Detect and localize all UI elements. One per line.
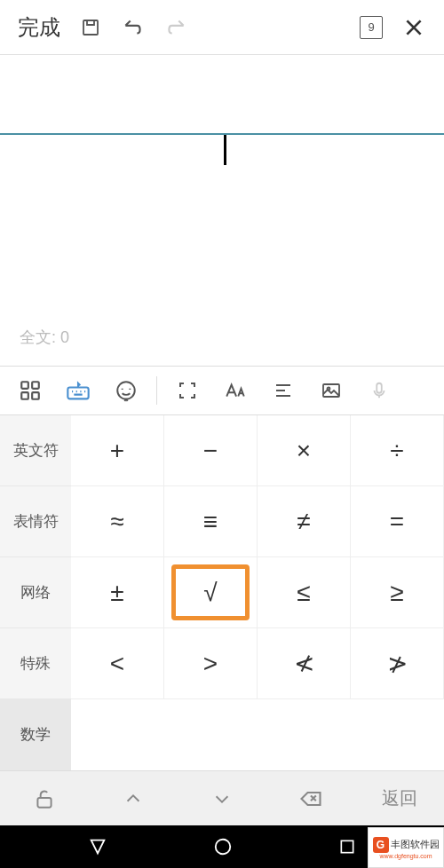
undo-button[interactable] bbox=[114, 8, 153, 47]
fullscreen-icon[interactable] bbox=[166, 373, 209, 408]
svg-rect-3 bbox=[21, 392, 28, 399]
key-lessequal[interactable]: ≤ bbox=[258, 557, 351, 628]
key-greater[interactable]: > bbox=[164, 628, 258, 699]
svg-rect-7 bbox=[323, 384, 339, 397]
svg-rect-10 bbox=[37, 797, 51, 807]
align-icon[interactable] bbox=[262, 373, 305, 408]
emoji-icon[interactable] bbox=[105, 373, 147, 408]
title-area[interactable] bbox=[0, 55, 444, 135]
svg-rect-12 bbox=[341, 840, 353, 852]
done-button[interactable]: 完成 bbox=[11, 10, 67, 45]
key-sqrt[interactable]: √ bbox=[164, 557, 258, 628]
up-button[interactable] bbox=[89, 789, 178, 809]
key-minus[interactable]: − bbox=[164, 415, 258, 486]
document-area[interactable]: 全文: 0 bbox=[0, 135, 444, 366]
svg-rect-5 bbox=[67, 388, 88, 399]
backspace-button[interactable] bbox=[266, 786, 355, 811]
svg-point-6 bbox=[117, 382, 135, 399]
tab-english[interactable]: 英文符 bbox=[0, 415, 71, 486]
key-equal[interactable]: = bbox=[351, 486, 444, 557]
key-notgreater[interactable]: ≯ bbox=[351, 628, 444, 699]
tab-special[interactable]: 特殊 bbox=[0, 628, 71, 699]
key-greaterequal[interactable]: ≥ bbox=[351, 557, 444, 628]
keyboard-icon[interactable] bbox=[57, 373, 99, 408]
key-multiply[interactable]: × bbox=[258, 415, 351, 486]
save-icon[interactable] bbox=[71, 8, 110, 47]
tab-math[interactable]: 数学 bbox=[0, 699, 71, 770]
svg-rect-2 bbox=[32, 382, 39, 389]
key-approx[interactable]: ≈ bbox=[71, 486, 164, 557]
text-cursor bbox=[224, 135, 226, 165]
tab-network[interactable]: 网络 bbox=[0, 557, 71, 628]
watermark: G 丰图软件园 www.dgfengtu.com bbox=[368, 827, 444, 868]
nav-recent[interactable] bbox=[338, 838, 356, 856]
font-icon[interactable] bbox=[214, 373, 257, 408]
return-button[interactable]: 返回 bbox=[355, 786, 444, 810]
nav-back[interactable] bbox=[88, 837, 107, 856]
mic-icon[interactable] bbox=[358, 373, 400, 408]
down-button[interactable] bbox=[178, 789, 266, 809]
svg-rect-4 bbox=[32, 392, 39, 399]
svg-rect-0 bbox=[83, 20, 98, 35]
key-plus[interactable]: + bbox=[71, 415, 164, 486]
svg-rect-1 bbox=[21, 382, 28, 389]
key-identical[interactable]: ≡ bbox=[164, 486, 258, 557]
redo-button bbox=[156, 8, 195, 47]
lock-button[interactable] bbox=[0, 787, 89, 810]
image-icon[interactable] bbox=[310, 373, 353, 408]
apps-icon[interactable] bbox=[9, 373, 52, 408]
close-button[interactable] bbox=[394, 8, 433, 47]
nav-home[interactable] bbox=[213, 837, 233, 856]
word-count: 全文: 0 bbox=[20, 327, 69, 348]
key-divide[interactable]: ÷ bbox=[351, 415, 444, 486]
key-plusminus[interactable]: ± bbox=[71, 557, 164, 628]
svg-point-11 bbox=[216, 840, 231, 855]
page-indicator[interactable]: 9 bbox=[352, 8, 391, 47]
key-notless[interactable]: ≮ bbox=[258, 628, 351, 699]
tab-emoji[interactable]: 表情符 bbox=[0, 486, 71, 557]
svg-rect-9 bbox=[377, 383, 382, 393]
key-less[interactable]: < bbox=[71, 628, 164, 699]
key-notequal[interactable]: ≠ bbox=[258, 486, 351, 557]
svg-point-8 bbox=[328, 388, 330, 391]
